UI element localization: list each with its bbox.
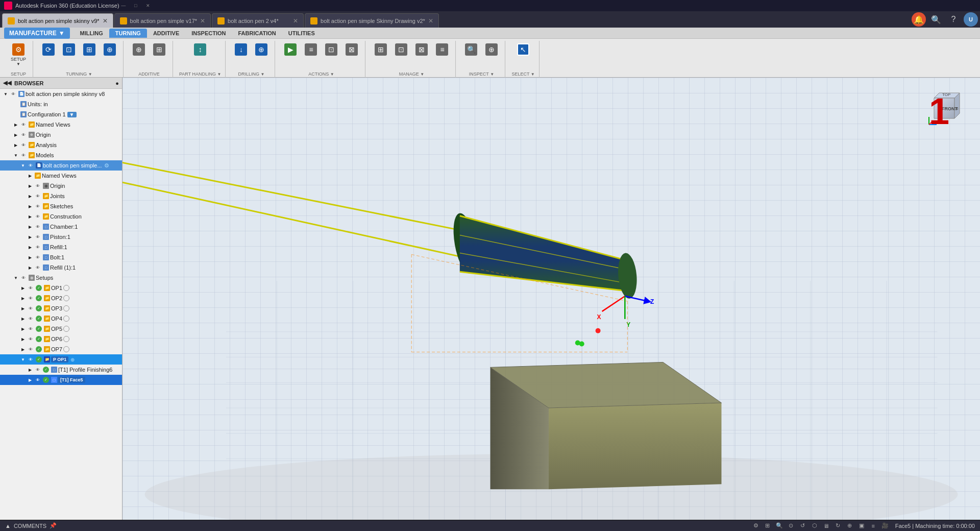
tree-item-chamber[interactable]: ▶ 👁 □ Chamber:1	[0, 222, 122, 232]
tab-4[interactable]: bolt action pen simple Skinny Drawing v2…	[305, 13, 439, 28]
ribbon-group-inspect: 🔍 ⊕ INSPECT ▼	[458, 41, 505, 78]
turning-btn-2[interactable]: ⊡	[60, 42, 78, 58]
additive-btn-1[interactable]: ⊕	[130, 42, 148, 58]
tree-item-units[interactable]: 📋 Units: in	[0, 99, 122, 109]
tree-item-models[interactable]: ▼ 👁 📁 Models	[0, 150, 122, 160]
tree-item-origin-2[interactable]: ▶ 👁 ⊕ Origin	[0, 181, 122, 191]
ribbon-tab-milling[interactable]: MILLING	[74, 29, 109, 38]
comments-label: COMMENTS	[14, 523, 46, 529]
tree-item-origin-1[interactable]: ▶ 👁 ⊕ Origin	[0, 130, 122, 140]
view-tool-4[interactable]: ⊙	[786, 521, 796, 530]
select-btn[interactable]: ↖	[514, 42, 532, 58]
actions-btn-1[interactable]: ▶	[281, 42, 300, 58]
manage-btn-3[interactable]: ⊠	[412, 42, 431, 58]
view-tool-10[interactable]: ▣	[856, 521, 867, 530]
ribbon-tab-turning[interactable]: TURNING	[109, 29, 147, 38]
tree-item-named-views-1[interactable]: ▶ 👁 📁 Named Views	[0, 119, 122, 130]
tab-3[interactable]: bolt action pen 2 v4* ✕	[212, 13, 304, 28]
inspect-btn-1[interactable]: 🔍	[462, 42, 480, 58]
comments-expand-icon[interactable]: ▲	[5, 523, 11, 529]
tab-4-close[interactable]: ✕	[428, 17, 433, 25]
tab-2-close[interactable]: ✕	[200, 17, 205, 25]
drilling-btn-2[interactable]: ⊕	[252, 42, 271, 58]
ribbon-tab-inspection[interactable]: INSPECTION	[185, 29, 232, 38]
tree-item-refill2[interactable]: ▶ 👁 □ Refill (1):1	[0, 262, 122, 273]
maximize-button[interactable]: □	[132, 2, 140, 10]
tree-item-op5[interactable]: ▶ 👁 ✓ 📁 OP5	[0, 324, 122, 334]
ribbon-tab-additive[interactable]: ADDITIVE	[147, 29, 185, 38]
tree-item-config[interactable]: 📋 Configuration 1 ▼	[0, 109, 122, 119]
tree-item-face5[interactable]: ▶ 👁 ✓ □ [T1] Face5	[0, 375, 122, 385]
user-avatar[interactable]: U	[964, 12, 978, 27]
browser-collapse-icon[interactable]: ◀◀	[3, 80, 11, 86]
tree-item-named-views-2[interactable]: ▶ 📁 Named Views	[0, 171, 122, 181]
minimize-button[interactable]: —	[119, 2, 128, 10]
notifications-icon[interactable]: 🔔	[912, 12, 926, 27]
tree-label-op4: OP4	[51, 316, 62, 322]
comments-section: ▲ COMMENTS 📌	[5, 522, 57, 529]
tree-item-analysis[interactable]: ▶ 👁 📁 Analysis	[0, 140, 122, 150]
tree-item-op4[interactable]: ▶ 👁 ✓ 📁 OP4	[0, 313, 122, 324]
view-tool-1[interactable]: ⚙	[751, 521, 761, 530]
model-settings-icon[interactable]: ⚙	[104, 162, 109, 169]
tab-3-close[interactable]: ✕	[293, 17, 298, 25]
manufacture-dropdown[interactable]: MANUFACTURE ▼	[4, 28, 70, 39]
tree-item-piston[interactable]: ▶ 👁 □ Piston:1	[0, 232, 122, 242]
viewcube[interactable]: FRONT TOP R	[924, 88, 965, 129]
search-icon[interactable]: 🔍	[929, 12, 943, 27]
drilling-btn-1[interactable]: ↓	[232, 42, 250, 58]
tree-item-model-bap[interactable]: ▼ 👁 📄 bolt action pen simple... ⚙	[0, 160, 122, 171]
tree-item-joints[interactable]: ▶ 👁 📁 Joints	[0, 191, 122, 201]
view-tool-6[interactable]: ⬡	[810, 521, 820, 530]
view-tool-12[interactable]: 🎥	[880, 521, 890, 530]
tree-item-root[interactable]: ▼ 👁 📄 bolt action pen simple skinny v8	[0, 89, 122, 99]
visibility-icon[interactable]: 👁	[10, 91, 16, 97]
tree-item-pop1[interactable]: ▼ 👁 ✓ 📁 P OP1 ⊕	[0, 354, 122, 365]
inspect-btn-2[interactable]: ⊕	[482, 42, 501, 58]
view-tool-3[interactable]: 🔍	[774, 521, 785, 530]
manage-btn-1[interactable]: ⊞	[372, 42, 390, 58]
ribbon-tab-utilities[interactable]: UTILITIES	[282, 29, 321, 38]
tree-item-op2[interactable]: ▶ 👁 ✓ 📁 OP2	[0, 293, 122, 303]
part-handling-btn[interactable]: ↕	[191, 42, 209, 58]
view-tool-8[interactable]: ↻	[833, 521, 843, 530]
tree-item-profile-finishing[interactable]: ▶ 👁 ✓ □ [T1] Profile Finishing6	[0, 365, 122, 375]
tree-item-op1[interactable]: ▶ 👁 ✓ 📁 OP1	[0, 283, 122, 293]
ribbon-tab-fabrication[interactable]: FABRICATION	[232, 29, 282, 38]
pop1-settings-icon[interactable]: ⊕	[70, 357, 75, 363]
viewport[interactable]: Z X Y	[122, 78, 980, 520]
setup-button[interactable]: ⚙ SETUP ▼	[8, 42, 29, 68]
view-tool-9[interactable]: ⊕	[845, 521, 855, 530]
turning-btn-4[interactable]: ⊕	[101, 42, 119, 58]
config-dropdown[interactable]: ▼	[67, 112, 77, 117]
tree-item-op6[interactable]: ▶ 👁 ✓ 📁 OP6	[0, 334, 122, 344]
tree-item-bolt[interactable]: ▶ 👁 □ Bolt:1	[0, 252, 122, 262]
tab-1-close[interactable]: ✕	[103, 17, 108, 25]
close-button[interactable]: ✕	[144, 2, 152, 10]
actions-btn-2[interactable]: ≡	[302, 42, 320, 58]
actions-btn-4[interactable]: ⊠	[342, 42, 361, 58]
tree-item-refill[interactable]: ▶ 👁 □ Refill:1	[0, 242, 122, 252]
tree-item-construction[interactable]: ▶ 👁 📁 Construction	[0, 211, 122, 222]
actions-btn-3[interactable]: ⊡	[322, 42, 340, 58]
manage-btn-4[interactable]: ≡	[433, 42, 451, 58]
view-tool-7[interactable]: 🖥	[821, 521, 831, 530]
tab-2-icon	[120, 17, 127, 25]
tab-1[interactable]: bolt action pen simple skinny v9* ✕	[2, 13, 113, 28]
tree-item-op7[interactable]: ▶ 👁 ✓ 📁 OP7	[0, 344, 122, 354]
additive-btn-2[interactable]: ⊞	[150, 42, 168, 58]
tree-item-sketches[interactable]: ▶ 👁 📁 Sketches	[0, 201, 122, 211]
comments-pin-icon[interactable]: 📌	[50, 522, 57, 529]
turning-btn-1[interactable]: ⟳	[39, 42, 58, 58]
view-tool-5[interactable]: ↺	[798, 521, 808, 530]
help-icon[interactable]: ?	[946, 12, 961, 27]
manage-btn-2[interactable]: ⊡	[392, 42, 410, 58]
tree-item-op3[interactable]: ▶ 👁 ✓ 📁 OP3	[0, 303, 122, 313]
tree-item-setups[interactable]: ▼ 👁 ⊕ Setups	[0, 273, 122, 283]
ribbon-content: ⚙ SETUP ▼ SETUP ⟳ ⊡ ⊞ ⊕ TURNING ▼ ⊕ ⊞ AD	[0, 39, 980, 80]
turning-btn-3[interactable]: ⊞	[80, 42, 99, 58]
tab-2[interactable]: bolt action pen simple v17* ✕	[114, 13, 211, 28]
view-tool-11[interactable]: ≡	[868, 521, 878, 530]
view-tool-2[interactable]: ⊞	[763, 521, 773, 530]
browser-pin-icon[interactable]: ●	[115, 80, 119, 86]
